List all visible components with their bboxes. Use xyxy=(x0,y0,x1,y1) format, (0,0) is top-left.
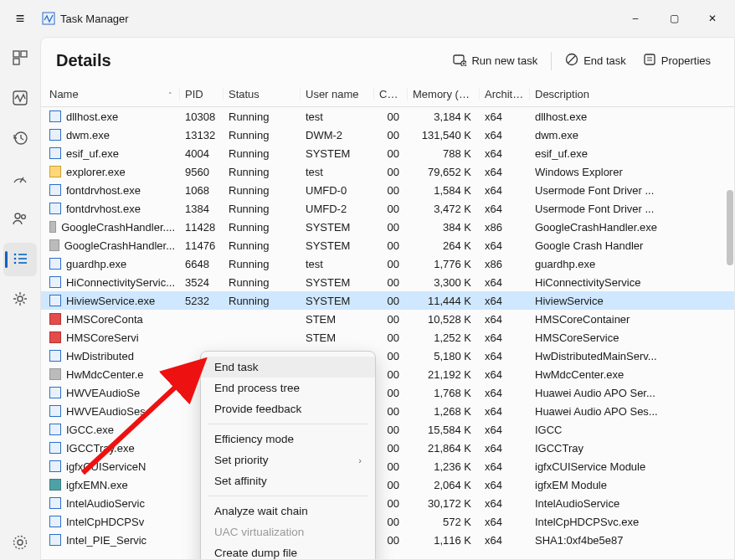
sidebar-item-settings[interactable] xyxy=(3,527,37,560)
cell-pid: 6648 xyxy=(180,258,224,270)
cell-cpu: 00 xyxy=(374,405,408,418)
column-cpu[interactable]: CPU xyxy=(374,88,408,100)
process-name: fontdrvhost.exe xyxy=(66,184,141,197)
cell-memory: 11,444 K xyxy=(408,295,480,307)
table-row[interactable]: HMSCoreServiSTEM001,252 Kx64HMSCoreServi… xyxy=(41,328,734,347)
cell-pid: 11476 xyxy=(180,239,224,252)
ctx-end-process-tree[interactable]: End process tree xyxy=(201,378,375,398)
ctx-feedback-label: Provide feedback xyxy=(214,403,301,415)
table-row[interactable]: igfxCUIServiceNSTEM001,236 Kx64igfxCUISe… xyxy=(41,457,734,475)
cell-user: SYSTEM xyxy=(301,147,374,160)
window-minimize-button[interactable]: – xyxy=(616,5,655,32)
window-close-button[interactable]: ✕ xyxy=(693,5,732,32)
table-row[interactable]: fontdrvhost.exe1384RunningUMFD-2003,472 … xyxy=(41,199,734,218)
column-user[interactable]: User name xyxy=(301,88,374,100)
properties-button[interactable]: Properties xyxy=(635,48,719,74)
table-row[interactable]: GoogleCrashHandler....11428RunningSYSTEM… xyxy=(41,218,734,236)
cell-arch: x64 xyxy=(480,331,530,344)
window-maximize-button[interactable]: ▢ xyxy=(655,5,693,32)
process-icon xyxy=(49,110,61,122)
table-header[interactable]: Name˄ PID Status User name CPU Memory (a… xyxy=(41,82,734,107)
ctx-end-tree-label: End process tree xyxy=(214,382,300,394)
ctx-priority-label: Set priority xyxy=(214,454,269,466)
cell-memory: 21,864 K xyxy=(408,442,480,455)
cell-arch: x64 xyxy=(480,424,530,436)
ctx-efficiency-mode[interactable]: Efficiency mode xyxy=(201,429,375,450)
table-row[interactable]: IGCCTray.exest0021,864 Kx64IGCCTray xyxy=(41,439,734,457)
end-task-button[interactable]: End task xyxy=(557,48,635,74)
scrollbar-thumb[interactable] xyxy=(727,190,733,265)
cell-memory: 30,172 K xyxy=(408,497,480,510)
table-row[interactable]: guardhp.exe6648Runningtest001,776 Kx86gu… xyxy=(41,254,734,273)
vertical-scrollbar[interactable] xyxy=(726,98,734,559)
ctx-end-task[interactable]: End task xyxy=(201,357,375,378)
table-row[interactable]: GoogleCrashHandler...11476RunningSYSTEM0… xyxy=(41,236,734,254)
cell-status: Running xyxy=(224,129,301,141)
cell-desc: GoogleCrashHandler.exe xyxy=(530,221,734,234)
cell-desc: HMSCoreContainer xyxy=(530,313,734,326)
svg-line-23 xyxy=(568,56,576,64)
cell-desc: SHA1:0xf4be5e87 xyxy=(530,534,734,547)
table-row[interactable]: HMSCoreContaSTEM0010,528 Kx64HMSCoreCont… xyxy=(41,310,734,328)
table-row[interactable]: HwDistributedSTEM005,180 Kx64HwDistribut… xyxy=(41,347,734,365)
table-body[interactable]: dllhost.exe10308Runningtest003,184 Kx64d… xyxy=(41,107,734,559)
cell-pid: 9560 xyxy=(180,166,224,178)
process-name: guardhp.exe xyxy=(66,258,126,270)
ctx-create-dump-file[interactable]: Create dump file xyxy=(201,542,375,560)
cell-memory: 15,584 K xyxy=(408,424,480,436)
ctx-set-priority[interactable]: Set priority› xyxy=(201,450,375,470)
cell-memory: 3,300 K xyxy=(408,276,480,289)
table-row[interactable]: HiConnectivityServic...3524RunningSYSTEM… xyxy=(41,273,734,291)
column-memory[interactable]: Memory (ac... xyxy=(408,88,480,100)
column-name[interactable]: Name˄ xyxy=(44,88,180,100)
ctx-analyze-wait-chain[interactable]: Analyze wait chain xyxy=(201,501,375,521)
table-row[interactable]: HWVEAudioSesst001,268 Kx64Huawei Audio A… xyxy=(41,402,734,420)
cell-cpu: 00 xyxy=(374,313,408,326)
table-row[interactable]: fontdrvhost.exe1068RunningUMFD-0001,584 … xyxy=(41,181,734,199)
table-row[interactable]: dllhost.exe10308Runningtest003,184 Kx64d… xyxy=(41,107,734,126)
cell-arch: x64 xyxy=(480,203,530,215)
run-new-task-button[interactable]: Run new task xyxy=(445,48,546,74)
sidebar-item-history[interactable] xyxy=(3,122,37,156)
svg-point-16 xyxy=(18,540,23,545)
process-name: fontdrvhost.exe xyxy=(66,203,141,215)
table-row[interactable]: HwMdcCenter.eSTEM0021,192 Kx64HwMdcCente… xyxy=(41,365,734,383)
table-row[interactable]: IntelCpHDCPSvSTEM00572 Kx64IntelCpHDCPSv… xyxy=(41,512,734,531)
cell-arch: x86 xyxy=(480,221,530,234)
table-row[interactable]: Intel_PIE_ServicSTEM001,116 Kx64SHA1:0xf… xyxy=(41,531,734,549)
ctx-set-affinity[interactable]: Set affinity xyxy=(201,470,375,491)
table-row[interactable]: igfxEMN.exest002,064 Kx64igfxEM Module xyxy=(41,475,734,494)
cell-status: Running xyxy=(224,147,301,160)
sidebar-item-performance[interactable] xyxy=(3,82,37,116)
hamburger-menu-button[interactable]: ≡ xyxy=(3,10,37,28)
cell-arch: x64 xyxy=(480,295,530,307)
sidebar-item-startup[interactable] xyxy=(3,162,37,196)
cell-memory: 1,768 K xyxy=(408,387,480,399)
sidebar-item-services[interactable] xyxy=(3,283,37,316)
sidebar-item-processes[interactable] xyxy=(3,42,37,75)
process-icon xyxy=(49,405,61,417)
sidebar-item-details[interactable] xyxy=(3,243,37,276)
cell-pid: 10308 xyxy=(180,110,224,123)
table-row[interactable]: esif_uf.exe4004RunningSYSTEM00788 Kx64es… xyxy=(41,144,734,162)
column-pid[interactable]: PID xyxy=(180,88,224,100)
cell-cpu: 00 xyxy=(374,276,408,289)
table-row[interactable]: HiviewService.exe5232RunningSYSTEM0011,4… xyxy=(41,291,734,310)
ctx-provide-feedback[interactable]: Provide feedback xyxy=(201,398,375,419)
process-name: GoogleCrashHandler... xyxy=(64,239,175,252)
column-arch[interactable]: Architec... xyxy=(480,88,530,100)
table-row[interactable]: IGCC.exest0015,584 Kx64IGCC xyxy=(41,420,734,439)
cell-cpu: 00 xyxy=(374,295,408,307)
column-desc[interactable]: Description xyxy=(530,88,734,100)
table-row[interactable]: HWVEAudioSeSTEM001,768 Kx64Huawei Audio … xyxy=(41,383,734,402)
cell-status: Running xyxy=(224,239,301,252)
sidebar-item-users[interactable] xyxy=(3,203,37,236)
cell-arch: x64 xyxy=(480,534,530,547)
cell-memory: 264 K xyxy=(408,239,480,252)
table-row[interactable]: explorer.exe9560Runningtest0079,652 Kx64… xyxy=(41,162,734,181)
column-status[interactable]: Status xyxy=(224,88,301,100)
table-row[interactable]: dwm.exe13132RunningDWM-200131,540 Kx64dw… xyxy=(41,126,734,144)
ctx-uac-label: UAC virtualization xyxy=(214,526,304,538)
cell-memory: 1,236 K xyxy=(408,460,480,473)
table-row[interactable]: IntelAudioServicSTEM0030,172 Kx64IntelAu… xyxy=(41,494,734,512)
